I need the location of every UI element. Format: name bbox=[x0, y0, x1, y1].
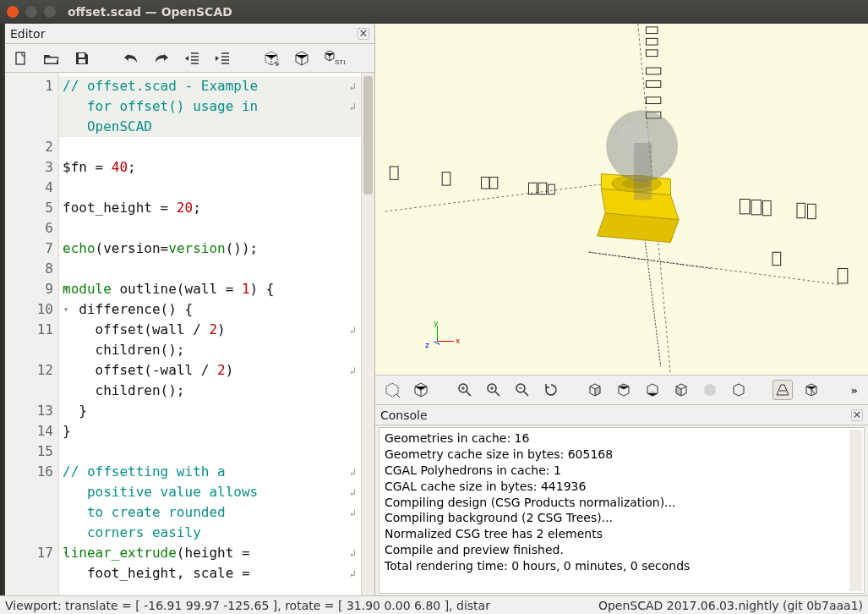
preview-icon[interactable] bbox=[262, 49, 281, 68]
window-minimize-button[interactable] bbox=[25, 6, 37, 18]
svg-rect-0 bbox=[16, 52, 25, 64]
view-right-icon[interactable] bbox=[585, 380, 605, 400]
svg-rect-21 bbox=[740, 200, 750, 214]
window-titlebar: offset.scad — OpenSCAD bbox=[0, 0, 868, 24]
svg-rect-1 bbox=[79, 53, 85, 58]
editor-scrollbar-thumb[interactable] bbox=[363, 76, 373, 195]
window-maximize-button[interactable] bbox=[44, 6, 56, 18]
zoom-in-icon[interactable] bbox=[483, 380, 504, 400]
console-line: Compiling design (CSG Products normaliza… bbox=[385, 495, 859, 511]
line-number-gutter: 1234567891011121314151617 bbox=[5, 73, 59, 595]
status-version-info: OpenSCAD 2017.06.03.nightly (git 0b7aaa1… bbox=[598, 599, 863, 612]
view-all-icon[interactable] bbox=[455, 380, 475, 400]
unindent-icon[interactable] bbox=[183, 49, 201, 68]
perspective-toggle-icon[interactable] bbox=[772, 380, 793, 400]
svg-rect-24 bbox=[797, 203, 805, 217]
preview-icon[interactable] bbox=[382, 380, 402, 400]
render-cube-icon[interactable] bbox=[411, 380, 431, 400]
console-panel-close-icon[interactable]: ✕ bbox=[851, 409, 863, 421]
window-close-button[interactable] bbox=[7, 6, 19, 18]
editor-scrollbar[interactable] bbox=[361, 73, 374, 595]
editor-panel-header: Editor ✕ bbox=[5, 24, 374, 44]
console-output[interactable]: Geometries in cache: 16Geometry cache si… bbox=[379, 427, 865, 594]
viewport-scene bbox=[375, 24, 868, 375]
show-axes-icon[interactable] bbox=[801, 380, 822, 400]
svg-rect-23 bbox=[762, 200, 771, 215]
redo-icon[interactable] bbox=[152, 49, 171, 68]
new-file-icon[interactable] bbox=[12, 49, 30, 68]
svg-rect-12 bbox=[646, 97, 660, 104]
undo-icon[interactable] bbox=[122, 49, 140, 68]
console-line: Geometries in cache: 16 bbox=[385, 430, 859, 447]
status-bar: Viewport: translate = [ -16.91 99.97 -12… bbox=[0, 595, 868, 614]
svg-rect-11 bbox=[646, 81, 660, 88]
indent-icon[interactable] bbox=[213, 49, 232, 68]
console-line: Compiling background (2 CSG Trees)... bbox=[385, 510, 859, 526]
svg-rect-17 bbox=[489, 177, 498, 189]
svg-rect-7 bbox=[646, 27, 658, 34]
render-icon[interactable] bbox=[292, 49, 311, 68]
svg-line-29 bbox=[589, 252, 712, 268]
console-line: Compile and preview finished. bbox=[385, 542, 859, 558]
export-stl-icon[interactable]: STL bbox=[323, 49, 347, 68]
save-file-icon[interactable] bbox=[73, 49, 91, 68]
console-line: CGAL Polyhedrons in cache: 1 bbox=[385, 463, 859, 479]
view-left-icon[interactable] bbox=[671, 380, 691, 400]
view-top-icon[interactable] bbox=[614, 380, 634, 400]
svg-line-28 bbox=[645, 236, 661, 366]
code-editor[interactable]: 1234567891011121314151617 // offset.scad… bbox=[5, 73, 374, 595]
svg-rect-15 bbox=[442, 173, 450, 185]
right-panel: xyz » Console bbox=[375, 24, 868, 595]
svg-rect-16 bbox=[482, 177, 490, 189]
svg-rect-2 bbox=[79, 59, 85, 63]
code-area[interactable]: // offset.scad - Example↲ for offset() u… bbox=[59, 73, 361, 595]
console-line: Total rendering time: 0 hours, 0 minutes… bbox=[385, 558, 859, 574]
svg-rect-8 bbox=[646, 38, 658, 45]
reset-view-icon[interactable] bbox=[541, 380, 561, 400]
zoom-out-icon[interactable] bbox=[512, 380, 532, 400]
svg-rect-18 bbox=[528, 183, 537, 195]
editor-panel-title: Editor bbox=[10, 27, 45, 41]
svg-rect-9 bbox=[646, 50, 658, 57]
view-bottom-icon[interactable] bbox=[642, 380, 663, 400]
svg-line-6 bbox=[589, 252, 842, 285]
3d-viewport[interactable]: xyz bbox=[375, 24, 868, 375]
window-title: offset.scad — OpenSCAD bbox=[68, 5, 232, 19]
open-file-icon[interactable] bbox=[42, 49, 61, 68]
viewer-toolbar: » bbox=[375, 375, 868, 405]
svg-rect-20 bbox=[549, 184, 555, 195]
console-panel-title: Console bbox=[380, 408, 428, 422]
console-panel-header: Console ✕ bbox=[375, 405, 868, 425]
viewer-toolbar-overflow-icon[interactable]: » bbox=[848, 384, 861, 397]
view-front-icon[interactable] bbox=[700, 380, 720, 400]
svg-rect-22 bbox=[751, 200, 762, 214]
svg-rect-19 bbox=[538, 183, 547, 195]
status-viewport-info: Viewport: translate = [ -16.91 99.97 -12… bbox=[5, 599, 490, 612]
console-panel: Console ✕ Geometries in cache: 16Geometr… bbox=[375, 405, 868, 595]
console-line: Geometry cache size in bytes: 605168 bbox=[385, 447, 859, 463]
svg-rect-25 bbox=[808, 204, 816, 218]
console-line: CGAL cache size in bytes: 441936 bbox=[385, 479, 859, 495]
svg-rect-34 bbox=[634, 143, 652, 200]
svg-rect-26 bbox=[772, 252, 781, 265]
console-line: Normalized CSG tree has 2 elements bbox=[385, 526, 859, 542]
svg-rect-10 bbox=[646, 68, 660, 74]
svg-rect-14 bbox=[390, 167, 398, 179]
axis-gizmo: xyz bbox=[422, 324, 456, 358]
svg-rect-27 bbox=[838, 269, 848, 283]
editor-toolbar: STL bbox=[5, 44, 374, 73]
view-back-icon[interactable] bbox=[729, 380, 749, 400]
console-scrollbar[interactable] bbox=[850, 430, 862, 591]
svg-text:STL: STL bbox=[335, 58, 346, 66]
editor-panel: Editor ✕ bbox=[5, 24, 375, 595]
editor-panel-close-icon[interactable]: ✕ bbox=[358, 28, 369, 40]
